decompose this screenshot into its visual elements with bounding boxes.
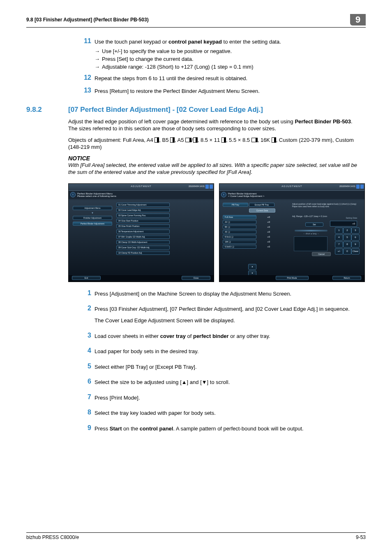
keypad-key[interactable]: 5 — [343, 234, 351, 240]
footer-rule — [26, 532, 366, 533]
step-text: Use the touch panel keypad or control pa… — [95, 37, 357, 46]
print-mode-button[interactable]: Print Mode — [276, 276, 309, 280]
right-option-column: 01 Cover Trimming Adjustment 02 Cover Le… — [116, 203, 170, 255]
step-5: 5 Select either [PB Tray] or [Except PB … — [76, 363, 357, 371]
step-2-after: The Cover Lead Edge Adjustment Screen wi… — [76, 316, 357, 324]
nav-button[interactable]: Adjustment Menu — [73, 206, 112, 210]
menu-item[interactable]: 08 Clamp CD Width Adjustment — [116, 240, 170, 244]
size-button[interactable]: 16K ❏ — [223, 240, 256, 244]
step-number: 9 — [76, 424, 95, 432]
info-icon: i — [221, 192, 226, 197]
numeric-keypad: 1 2 3 4 5 6 7 8 9 +/- 0 Clear — [335, 227, 359, 254]
step-text: Select either [PB Tray] or [Except PB Tr… — [95, 363, 357, 371]
step-number: 7 — [76, 393, 95, 401]
tab-except-pb-tray[interactable]: Except PB Tray — [249, 203, 274, 207]
size-button[interactable]: 5.5x8.5 ❏ — [223, 245, 256, 249]
menu-item[interactable]: 05 Glue Finish Position — [116, 224, 170, 228]
menu-item[interactable]: 10 Clamp FD Position Adj. — [116, 251, 170, 255]
return-button[interactable]: Return — [332, 276, 361, 280]
step-8: 8 Select the tray key loaded with paper … — [76, 409, 357, 417]
cancel-button[interactable]: Cancel — [312, 252, 331, 256]
set-button[interactable]: Set — [305, 222, 323, 227]
keypad-key[interactable]: 0 — [343, 248, 351, 254]
keypad-key[interactable]: 9 — [351, 241, 360, 247]
nav-button[interactable]: Finisher Adjustment — [73, 216, 112, 220]
size-value: +0 — [258, 216, 270, 218]
keypad-key[interactable]: Clear — [351, 248, 360, 254]
orientation-icon — [154, 137, 159, 143]
keypad-key[interactable]: +/- — [335, 248, 343, 254]
section-number: 9.8.2 — [26, 106, 68, 114]
step-text: Press [Return] to restore the Perfect Bi… — [95, 87, 357, 95]
step-text: Press Start on the control panel. A samp… — [95, 424, 357, 432]
step-9: 9 Press Start on the control panel. A sa… — [76, 424, 357, 432]
info-text: Perfect Binder Adjustment < Cover Lead E… — [228, 192, 264, 197]
size-row: 5.5x8.5 ❏+0 — [223, 245, 280, 249]
size-row: B5 ❏+0 — [223, 225, 280, 229]
menu-item[interactable]: 07 SW: Cmplie CD Width Adj. — [116, 235, 170, 239]
step-12: 12 Repeat the steps from 6 to 11 until t… — [76, 74, 357, 82]
step-block-main: 1 Press [Adjustment] on the Machine Scre… — [76, 289, 357, 432]
menu-item[interactable]: 02 Cover Lead Edge Adj. — [116, 208, 170, 212]
keypad-key[interactable]: 6 — [351, 234, 360, 240]
size-button[interactable]: A4 ❏ — [223, 220, 256, 224]
nav-button-selected[interactable]: Perfect Binder Adjustment — [73, 222, 112, 226]
readout-label: Setting Data — [346, 217, 357, 219]
step-6: 6 Select the size to be adjusted using [… — [76, 378, 357, 386]
menu-item[interactable]: 03 Spine Corner Forming Pos. — [116, 213, 170, 217]
step-text: Select the size to be adjusted using [▲]… — [95, 378, 357, 386]
keypad-key[interactable]: 8 — [343, 241, 351, 247]
step-text: Load paper for body sets in the desired … — [95, 347, 357, 355]
notice-heading: NOTICE — [68, 155, 366, 162]
sub-text: Adjustable range: -128 (Short) to +127 (… — [102, 64, 254, 70]
menu-item[interactable]: 01 Cover Trimming Adjustment — [116, 203, 170, 207]
titlebar-icons — [205, 185, 213, 189]
close-button[interactable]: Close — [182, 276, 210, 280]
size-button[interactable]: Full Area — [223, 215, 256, 219]
keypad-key[interactable]: 3 — [351, 227, 360, 234]
screen-datetime: 2010/04/04 14:01 — [189, 185, 205, 187]
current-data-label: Current Data — [249, 208, 275, 213]
menu-item[interactable]: 04 Glue Start Position — [116, 219, 170, 223]
step-number: 8 — [76, 409, 95, 416]
size-value: +0 — [258, 245, 270, 248]
exit-button[interactable]: Exit — [72, 276, 101, 280]
step-number: 6 — [76, 378, 95, 385]
step-text: Repeat the steps from 6 to 11 until the … — [95, 74, 357, 82]
titlebar-icons — [356, 185, 364, 189]
page-footer: bizhub PRESS C8000/e 9-53 — [26, 532, 366, 540]
orientation-icon — [185, 138, 191, 142]
screenshot-menu: 2010/04/04 14:01 i Perfect Binder Adjust… — [68, 183, 214, 282]
menu-item[interactable]: 06 Temperature Adjustment — [116, 229, 170, 234]
orientation-icon — [272, 137, 276, 143]
illustration-box — [294, 236, 327, 251]
size-row: A5 ❏+0 — [223, 230, 280, 234]
step-text: Select the tray key loaded with paper fo… — [95, 409, 357, 417]
section-heading: 9.8.2 [07 Perfect Binder Adjustment] - [… — [26, 106, 366, 114]
keypad-key[interactable]: 4 — [335, 234, 343, 240]
step-13: 13 Press [Return] to restore the Perfect… — [76, 87, 357, 95]
running-header: 9.8 [03 Finisher Adjustment] (Perfect Bi… — [26, 14, 366, 25]
size-button[interactable]: A5 ❏ — [223, 230, 256, 234]
keypad-key[interactable]: 2 — [343, 227, 351, 234]
intro-paragraph-1: Adjust the lead edge position of left co… — [68, 118, 357, 132]
step-text: Load cover sheets in either cover tray o… — [95, 332, 357, 340]
keypad-key[interactable]: 7 — [335, 241, 343, 247]
menu-item[interactable]: 09 Cover Sub-Cmp. CD Width Adj. — [116, 245, 170, 250]
keypad-key[interactable]: 1 — [335, 227, 343, 234]
tab-pb-tray[interactable]: PB Tray — [223, 203, 248, 207]
step-3: 3 Load cover sheets in either cover tray… — [76, 332, 357, 340]
tray-tabs: PB Tray Except PB Tray — [223, 203, 274, 207]
screen-body: Adjustment Menu ▼ Finisher Adjustment Pe… — [69, 200, 214, 274]
step-number: 3 — [76, 332, 95, 339]
step-text: Press [Print Mode]. — [95, 393, 357, 402]
info-icon: i — [70, 192, 76, 197]
screen-infobar: i Perfect Binder Adjustment < Cover Lead… — [219, 191, 364, 199]
size-button[interactable]: 8.5x11 ❏ — [223, 235, 256, 239]
sub-text: Press [Set] to change the current data. — [102, 56, 194, 62]
screen-titlebar: 2010/04/04 14:01 — [69, 184, 214, 191]
arrow-up-button[interactable]: ▲ — [248, 264, 256, 270]
size-button[interactable]: B5 ❏ — [223, 225, 256, 229]
info-text: Perfect Binder Adjustment Menu Please se… — [77, 192, 116, 197]
scale-indicator: ← short ● long → — [295, 230, 327, 235]
